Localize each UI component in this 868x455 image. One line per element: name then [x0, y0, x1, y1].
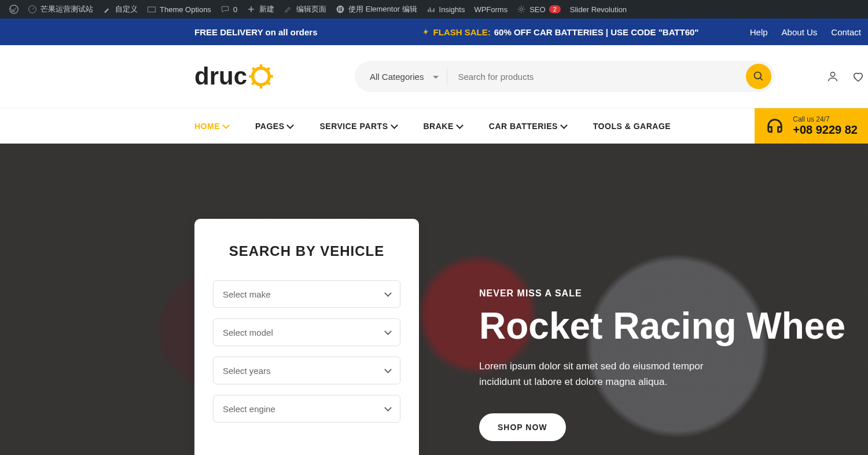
shop-now-button[interactable]: SHOP NOW [479, 413, 566, 441]
hero-title: Rocket Racing Whee [479, 307, 845, 346]
nav-home-label: HOME [194, 122, 220, 131]
vehicle-search-card: SEARCH BY VEHICLE Select make Select mod… [194, 219, 419, 455]
promo-bar: FREE DELIVERY on all orders FLASH SALE: … [0, 19, 868, 45]
nav-home[interactable]: HOME [194, 122, 242, 131]
brush-icon [102, 5, 112, 14]
select-model[interactable]: Select model [213, 318, 400, 346]
search-bar: All Categories [355, 61, 775, 92]
header-icons [826, 70, 868, 83]
user-icon[interactable] [826, 70, 839, 83]
hero-text: NEVER MISS A SALE Rocket Racing Whee Lor… [479, 219, 845, 455]
wp-theme-options[interactable]: Theme Options [142, 0, 216, 19]
logo[interactable]: druc [194, 63, 274, 90]
nav-service-label: SERVICE PARTS [319, 122, 388, 131]
plus-icon [247, 5, 256, 14]
wp-new[interactable]: 新建 [242, 0, 279, 19]
search-icon [753, 71, 764, 82]
svg-rect-10 [260, 64, 262, 68]
call-label: Call us 24/7 [793, 115, 858, 123]
main-nav: HOME PAGES SERVICE PARTS BRAKE CAR BATTE… [0, 108, 868, 144]
svg-rect-13 [269, 75, 273, 78]
chevron-down-icon [287, 122, 295, 129]
promo-free-delivery: FREE DELIVERY on all orders [194, 27, 318, 37]
wp-admin-bar: 芒果运营测试站 自定义 Theme Options 0 新建 编辑页面 使用 E… [0, 0, 868, 19]
category-select[interactable]: All Categories [355, 72, 447, 82]
wp-elementor[interactable]: 使用 Elementor 编辑 [331, 0, 421, 19]
logo-text: druc [194, 63, 247, 90]
wp-customize[interactable]: 自定义 [98, 0, 142, 19]
svg-rect-6 [340, 9, 342, 10]
edit-page-label: 编辑页面 [296, 4, 326, 14]
svg-rect-2 [148, 7, 156, 12]
search-button[interactable] [746, 64, 771, 89]
flash-text: 60% OFF CAR BATTERIES | USE CODE "BATT60… [494, 27, 699, 37]
hero-kicker: NEVER MISS A SALE [479, 288, 845, 299]
logo-gear-icon [248, 64, 274, 89]
dashboard-icon [28, 5, 37, 14]
wp-wpforms[interactable]: WPForms [469, 0, 512, 19]
folder-icon [147, 5, 156, 14]
promo-flash-sale: FLASH SALE: 60% OFF CAR BATTERIES | USE … [422, 27, 699, 37]
wp-seo[interactable]: SEO2 [512, 0, 565, 19]
nav-pages[interactable]: PAGES [255, 122, 307, 131]
site-name-label: 芒果运营测试站 [41, 4, 93, 14]
link-help[interactable]: Help [750, 27, 768, 37]
wp-insights[interactable]: Insights [422, 0, 470, 19]
call-us-box[interactable]: Call us 24/7 +08 9229 82 [755, 108, 868, 144]
nav-pages-label: PAGES [255, 122, 284, 131]
svg-rect-12 [249, 75, 253, 78]
lightning-icon [422, 28, 430, 36]
select-years-label: Select years [223, 366, 271, 376]
select-make-label: Select make [223, 289, 271, 299]
svg-rect-11 [260, 85, 262, 89]
gear-icon [517, 5, 526, 14]
chevron-down-icon [384, 366, 392, 373]
hero-section: SEARCH BY VEHICLE Select make Select mod… [0, 144, 868, 455]
select-years[interactable]: Select years [213, 357, 400, 384]
svg-rect-7 [340, 10, 342, 12]
nav-brake-label: BRAKE [424, 122, 454, 131]
nav-tools-garage[interactable]: TOOLS & GARAGE [593, 122, 685, 131]
nav-batteries-label: CAR BATTERIES [489, 122, 558, 131]
seo-label: SEO [529, 5, 545, 14]
wp-comments[interactable]: 0 [216, 0, 242, 19]
search-input[interactable] [447, 61, 742, 92]
vehicle-search-title: SEARCH BY VEHICLE [213, 243, 400, 259]
nav-service-parts[interactable]: SERVICE PARTS [319, 122, 410, 131]
svg-point-8 [520, 8, 523, 11]
comments-count: 0 [233, 5, 237, 14]
chevron-down-icon [391, 122, 398, 129]
svg-rect-4 [339, 8, 340, 11]
wp-edit-page[interactable]: 编辑页面 [279, 0, 331, 19]
select-model-label: Select model [223, 328, 273, 337]
new-label: 新建 [259, 4, 274, 14]
chevron-down-icon [384, 289, 392, 297]
svg-point-19 [830, 72, 834, 76]
nav-car-batteries[interactable]: CAR BATTERIES [489, 122, 580, 131]
pencil-icon [284, 5, 293, 14]
select-engine[interactable]: Select engine [213, 395, 400, 423]
hero-desc: Lorem ipsum dolor sit amet sed do eiusmo… [479, 358, 734, 390]
select-engine-label: Select engine [223, 404, 275, 414]
headset-icon [765, 116, 785, 136]
elementor-icon [336, 5, 345, 14]
wp-site-name[interactable]: 芒果运营测试站 [23, 0, 98, 19]
nav-brake[interactable]: BRAKE [424, 122, 476, 131]
insights-label: Insights [439, 5, 465, 14]
wishlist-icon[interactable] [852, 70, 865, 83]
wpforms-label: WPForms [474, 5, 507, 14]
wp-logo[interactable] [5, 0, 23, 19]
chevron-down-icon [384, 404, 392, 412]
slider-label: Slider Revolution [570, 5, 627, 14]
elementor-label: 使用 Elementor 编辑 [348, 4, 417, 14]
chevron-down-icon [456, 122, 464, 129]
chevron-down-icon [384, 328, 392, 335]
link-contact[interactable]: Contact [831, 27, 861, 37]
wp-slider-revolution[interactable]: Slider Revolution [565, 0, 631, 19]
header-row: druc All Categories [0, 45, 868, 108]
svg-rect-5 [340, 8, 342, 9]
chevron-down-icon [560, 122, 568, 129]
link-about[interactable]: About Us [782, 27, 818, 37]
select-make[interactable]: Select make [213, 280, 400, 308]
promo-links: Help About Us Contact [750, 27, 868, 37]
